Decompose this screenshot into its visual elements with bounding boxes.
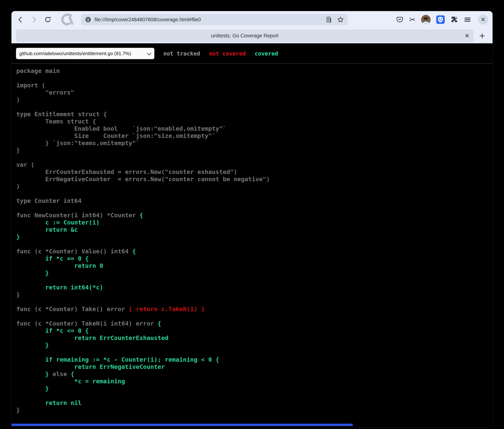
- code-line: type Entitlement struct {: [16, 111, 493, 118]
- code-line: [16, 205, 493, 212]
- back-icon: [17, 16, 24, 23]
- url-text: file:///tmp/cover2484807608/coverage.htm…: [94, 17, 323, 23]
- code-line: "errors": [16, 89, 493, 96]
- coverage-topbar: github.com/adelowo/unittests/entitlement…: [11, 43, 493, 63]
- code-line: return nil: [16, 399, 493, 407]
- code-line: ErrNegativeCounter = errors.New("counter…: [16, 176, 493, 183]
- code-line: [16, 277, 493, 284]
- code-line: [16, 154, 493, 161]
- code-line: c := Counter(i): [16, 219, 493, 226]
- code-line: }: [16, 342, 493, 349]
- legend-not-covered: not covered: [209, 50, 246, 57]
- active-tab[interactable]: unittests: Go Coverage Report ✕: [16, 29, 474, 42]
- code-line: }: [16, 233, 493, 241]
- code-line: return ErrCounterExhausted: [16, 334, 493, 342]
- code-line: [16, 298, 493, 305]
- code-line: [16, 103, 493, 111]
- code-line: return int64(*c): [16, 284, 493, 291]
- bookmark-star-icon[interactable]: [337, 16, 344, 23]
- url-bar[interactable]: file:///tmp/cover2484807608/coverage.htm…: [81, 14, 348, 25]
- file-select[interactable]: github.com/adelowo/unittests/entitlement…: [16, 48, 154, 59]
- code-line: return &c: [16, 226, 493, 233]
- code-line: package main: [16, 67, 493, 75]
- code-line: ): [16, 183, 493, 190]
- code-line: *c = remaining: [16, 378, 493, 385]
- code-line: }: [16, 291, 493, 298]
- legend-not-tracked: not tracked: [163, 50, 200, 57]
- code-line: } else {: [16, 371, 493, 378]
- toolbar-extensions: ✂: [396, 15, 471, 24]
- legend-covered: covered: [255, 50, 278, 57]
- site-info-icon[interactable]: [85, 16, 91, 23]
- code-line: [16, 392, 493, 399]
- code-line: } `json:"teams,omitempty"`: [16, 140, 493, 147]
- code-line: func NewCounter(i int64) *Counter {: [16, 212, 493, 219]
- code-line: if *c == 0 {: [16, 255, 493, 262]
- code-line: [16, 313, 493, 320]
- code-line: }: [16, 269, 493, 277]
- bitwarden-icon[interactable]: [436, 15, 445, 24]
- code-line: }: [16, 407, 493, 414]
- window-close-button[interactable]: ✕: [478, 15, 488, 25]
- code-line: [16, 349, 493, 356]
- back-button[interactable]: [16, 15, 25, 24]
- code-line: [16, 241, 493, 248]
- code-line: import (: [16, 82, 493, 89]
- extensions-puzzle-icon[interactable]: [450, 16, 458, 24]
- code-line: ): [16, 96, 493, 103]
- code-line: Enabled bool `json:"enabled,omitempty"`: [16, 125, 493, 132]
- hamburger-menu-icon[interactable]: [464, 16, 471, 24]
- url-action-icons: [325, 16, 344, 23]
- code-line: [16, 75, 493, 82]
- new-tab-button[interactable]: +: [476, 30, 488, 42]
- code-line: return 0: [16, 262, 493, 269]
- firefox-logo-icon: [59, 14, 76, 26]
- code-line: [16, 190, 493, 197]
- tab-close-button[interactable]: ✕: [465, 33, 469, 39]
- profile-avatar[interactable]: [421, 15, 431, 24]
- reload-button[interactable]: [43, 15, 52, 24]
- code-line: }: [16, 147, 493, 154]
- file-select-wrap: github.com/adelowo/unittests/entitlement…: [16, 48, 154, 59]
- code-line: func (c *Counter) Take() error { return …: [16, 305, 493, 313]
- code-line: if remaining := *c - Counter(i); remaini…: [16, 356, 493, 363]
- pocket-icon[interactable]: [396, 16, 404, 24]
- reader-mode-icon[interactable]: [325, 16, 332, 23]
- code-line: }: [16, 385, 493, 392]
- browser-window: file:///tmp/cover2484807608/coverage.htm…: [11, 11, 493, 428]
- desktop: file:///tmp/cover2484807608/coverage.htm…: [0, 0, 504, 429]
- browser-toolbar: file:///tmp/cover2484807608/coverage.htm…: [11, 11, 493, 28]
- coverage-page: github.com/adelowo/unittests/entitlement…: [11, 43, 493, 428]
- code-line: Teams struct {: [16, 118, 493, 125]
- screenshot-extension-icon[interactable]: ✂: [409, 15, 415, 24]
- code-line: if *c <= 0 {: [16, 327, 493, 334]
- close-icon: ✕: [481, 17, 485, 23]
- code-area: package main import ( "errors") type Ent…: [11, 64, 493, 414]
- tab-title: unittests: Go Coverage Report: [211, 33, 279, 39]
- code-line: Size Counter `json:"size,omitempty"`: [16, 132, 493, 140]
- coverage-code: package main import ( "errors") type Ent…: [16, 67, 493, 414]
- bottom-accent-bar: [11, 424, 353, 426]
- forward-icon: [30, 16, 38, 23]
- reload-icon: [44, 16, 52, 24]
- code-line: return ErrNegativeCounter: [16, 363, 493, 371]
- forward-button[interactable]: [30, 15, 38, 24]
- tab-bar: unittests: Go Coverage Report ✕ +: [11, 28, 493, 43]
- code-line: type Counter int64: [16, 197, 493, 205]
- code-line: ErrCounterExhausted = errors.New("counte…: [16, 169, 493, 176]
- coverage-legend: not tracked not covered covered: [163, 50, 278, 57]
- code-line: func (c *Counter) TakeN(i int64) error {: [16, 320, 493, 327]
- code-line: func (c *Counter) Value() int64 {: [16, 248, 493, 255]
- code-line: var (: [16, 161, 493, 169]
